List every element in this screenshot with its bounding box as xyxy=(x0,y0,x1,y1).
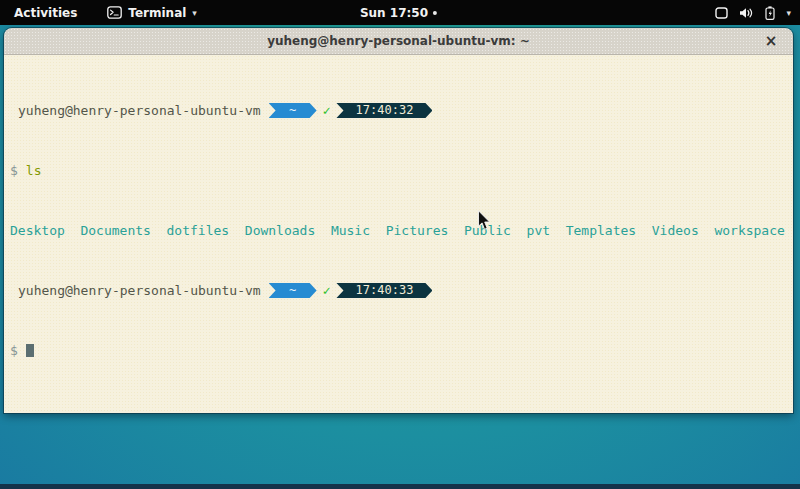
prompt-line: yuheng@henry-personal-ubuntu-vm~✓17:40:3… xyxy=(10,103,793,118)
volume-icon xyxy=(739,7,754,19)
window-title: yuheng@henry-personal-ubuntu-vm: ~ xyxy=(267,34,530,48)
battery-charging-icon xyxy=(765,6,775,20)
top-bar: Activities Terminal ▾ Sun 17:50 xyxy=(0,0,800,25)
chevron-down-icon: ▾ xyxy=(786,8,791,18)
prompt-time-segment: 17:40:32 xyxy=(336,103,432,118)
clock-label: Sun 17:50 xyxy=(360,6,428,20)
input-line: $ xyxy=(10,343,793,358)
prompt-user: yuheng@henry-personal-ubuntu-vm xyxy=(18,103,261,118)
prompt-symbol: $ xyxy=(10,163,18,178)
app-menu-label: Terminal xyxy=(128,6,186,20)
app-menu-terminal[interactable]: Terminal ▾ xyxy=(107,6,197,20)
chevron-down-icon: ▾ xyxy=(192,8,197,18)
prompt-status-check-icon: ✓ xyxy=(323,103,331,118)
terminal-screen[interactable]: yuheng@henry-personal-ubuntu-vm~✓17:40:3… xyxy=(4,55,793,413)
prompt-time-segment: 17:40:33 xyxy=(336,283,432,298)
system-status-menu[interactable]: ▾ xyxy=(715,0,791,25)
clock-menu[interactable]: Sun 17:50 xyxy=(360,0,437,25)
command-line: $ls xyxy=(10,163,793,178)
activities-button[interactable]: Activities xyxy=(10,4,81,22)
window-titlebar[interactable]: yuheng@henry-personal-ubuntu-vm: ~ × xyxy=(4,28,793,55)
prompt-path-segment: ~ xyxy=(269,103,317,118)
terminal-app-icon xyxy=(107,6,122,19)
terminal-window: yuheng@henry-personal-ubuntu-vm: ~ × yuh… xyxy=(4,28,793,413)
prompt-path-segment: ~ xyxy=(269,283,317,298)
prompt-user: yuheng@henry-personal-ubuntu-vm xyxy=(18,283,261,298)
desktop-bottom-edge xyxy=(0,484,800,489)
command-text: ls xyxy=(26,163,42,178)
prompt-status-check-icon: ✓ xyxy=(323,283,331,298)
prompt-symbol: $ xyxy=(10,343,18,358)
terminal-cursor xyxy=(26,344,34,357)
close-icon[interactable]: × xyxy=(762,32,780,50)
prompt-line: yuheng@henry-personal-ubuntu-vm~✓17:40:3… xyxy=(10,283,793,298)
notification-dot-icon xyxy=(433,11,437,15)
ls-output: Desktop Documents dotfiles Downloads Mus… xyxy=(10,223,793,238)
display-icon xyxy=(715,7,728,19)
